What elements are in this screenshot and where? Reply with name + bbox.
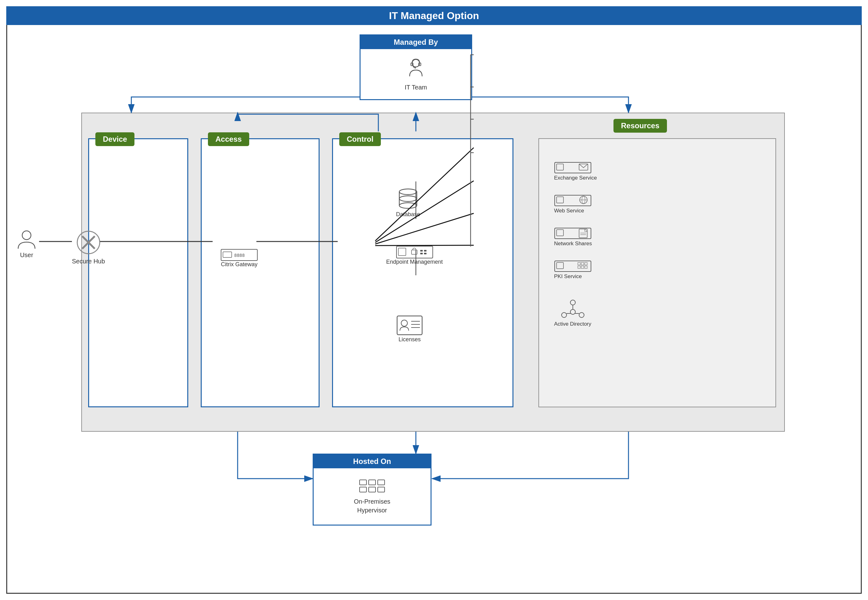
database-label: Database	[396, 211, 420, 218]
device-label: Device	[95, 132, 135, 146]
licenses-group: Licenses	[396, 314, 424, 343]
svg-rect-42	[578, 266, 580, 268]
citrix-gateway-label: Citrix Gateway	[221, 261, 257, 268]
it-team-content: IT Team	[360, 49, 471, 99]
svg-rect-38	[556, 262, 564, 269]
svg-rect-33	[556, 230, 564, 236]
hosted-on-box: Hosted On On-PremisesHypervisor	[313, 454, 431, 526]
svg-rect-61	[378, 487, 385, 492]
exchange-service-label: Exchange Service	[554, 175, 597, 181]
hosted-on-label: On-PremisesHypervisor	[354, 497, 390, 515]
svg-rect-59	[360, 487, 366, 492]
svg-rect-44	[585, 266, 587, 268]
title-text: IT Managed Option	[389, 10, 479, 21]
device-box: Device	[88, 138, 188, 407]
control-label: Control	[339, 132, 381, 146]
licenses-label: Licenses	[398, 336, 420, 343]
endpoint-mgmt-group: Endpoint Management	[386, 245, 443, 265]
pki-service-group: PKI Service	[554, 260, 591, 280]
title-bar: IT Managed Option	[6, 6, 862, 25]
svg-rect-5	[223, 252, 232, 258]
user-section: User	[16, 228, 38, 259]
svg-rect-58	[378, 480, 385, 485]
citrix-gateway-group: 8888 Citrix Gateway	[221, 249, 258, 268]
hosted-on-content: On-PremisesHypervisor	[314, 468, 431, 524]
it-team-box: Managed By IT Team	[360, 35, 472, 100]
access-box: Access 8888 Citrix Gateway	[201, 138, 319, 407]
svg-point-8	[399, 196, 417, 202]
access-label: Access	[208, 132, 249, 146]
user-label: User	[20, 252, 33, 259]
control-box: Control Database	[332, 138, 513, 407]
svg-rect-40	[581, 262, 584, 265]
svg-point-7	[399, 189, 417, 195]
svg-rect-41	[585, 262, 587, 265]
svg-point-48	[570, 309, 575, 314]
it-team-label: IT Team	[405, 84, 427, 91]
svg-rect-28	[556, 197, 564, 203]
svg-point-46	[562, 312, 567, 318]
main-area: Device Access 8888 Citrix Gateway Contro…	[81, 113, 785, 432]
svg-rect-60	[369, 487, 375, 492]
svg-rect-16	[424, 250, 426, 252]
svg-text:8888: 8888	[234, 253, 245, 258]
svg-point-45	[570, 300, 575, 305]
svg-rect-15	[420, 250, 423, 252]
svg-rect-18	[424, 253, 426, 255]
svg-rect-56	[360, 480, 366, 485]
svg-rect-14	[411, 250, 417, 255]
active-directory-group: Active Directory	[554, 298, 591, 327]
managed-by-header: Managed By	[360, 35, 471, 49]
web-service-group: Web Service	[554, 195, 591, 214]
it-team-icon	[405, 58, 427, 81]
svg-point-3	[414, 67, 416, 68]
svg-rect-13	[398, 248, 406, 256]
hosted-on-header: Hosted On	[314, 455, 431, 468]
svg-point-52	[22, 231, 31, 239]
svg-point-9	[399, 203, 417, 208]
endpoint-mgmt-label: Endpoint Management	[386, 259, 443, 265]
pki-service-label: PKI Service	[554, 273, 582, 280]
svg-rect-17	[420, 253, 423, 255]
svg-rect-39	[578, 262, 580, 265]
secure-hub-section: Secure Hub	[72, 228, 105, 265]
svg-rect-43	[581, 266, 584, 268]
secure-hub-label: Secure Hub	[72, 258, 105, 265]
svg-rect-19	[397, 316, 422, 335]
web-service-label: Web Service	[554, 208, 584, 214]
resources-label: Resources	[614, 119, 667, 133]
svg-point-47	[579, 312, 584, 318]
svg-point-20	[401, 320, 407, 326]
database-group: Database	[396, 186, 420, 218]
active-directory-label: Active Directory	[554, 321, 591, 327]
svg-rect-25	[556, 164, 564, 170]
svg-rect-57	[369, 480, 375, 485]
exchange-service-group: Exchange Service	[554, 162, 597, 181]
network-shares-group: Network Shares	[554, 227, 592, 247]
network-shares-label: Network Shares	[554, 241, 592, 247]
